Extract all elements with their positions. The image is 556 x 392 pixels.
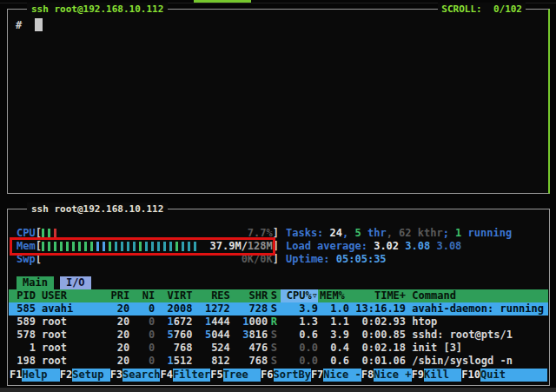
process-row[interactable]: 1root200768524476S0.00.40:02.18init [3] [9, 342, 548, 355]
process-rows: 585avahi20020081272728S3.91.013:16.19ava… [9, 302, 548, 368]
meter-tick [182, 242, 184, 251]
meter-tick [60, 242, 63, 251]
header-mem[interactable]: MEM% [318, 289, 349, 302]
cell-cpu: 0.0 [281, 342, 318, 355]
process-row[interactable]: 578root200576050443816S0.63.90:00.85sshd… [9, 329, 548, 342]
cpu-meter-label: CPU [17, 227, 36, 240]
meter-tick [194, 242, 196, 251]
header-pid[interactable]: PID [10, 289, 36, 302]
cell-user: avahi [36, 302, 104, 316]
meter-tick [78, 242, 81, 251]
tab-main[interactable]: Main [17, 276, 54, 289]
fkey-number: F5 [210, 369, 222, 382]
cell-user: root [36, 329, 104, 342]
summary-segment: ; [443, 227, 455, 239]
fkey-f4[interactable]: F4Filter [160, 369, 210, 382]
cell-shr: 1000 [230, 316, 268, 329]
meter-tick [54, 242, 56, 251]
summary-segment: Load average: [286, 240, 374, 252]
cell-command: init [3] [406, 342, 548, 355]
cell-res: 812 [192, 355, 229, 368]
header-res[interactable]: RES [192, 289, 229, 302]
header-ni[interactable]: NI [129, 289, 155, 302]
fkey-f5[interactable]: F5Tree [210, 369, 261, 382]
fkey-f2[interactable]: F2Setup [60, 369, 110, 382]
bracket-close: ] [273, 240, 279, 253]
meter-tick [151, 242, 154, 251]
meter-tick [145, 242, 148, 251]
cell-pri: 20 [104, 302, 129, 316]
summary-segment: , [387, 227, 399, 239]
fkey-number: F1 [10, 369, 22, 382]
meter-tick [121, 242, 123, 251]
cell-res: 1444 [192, 316, 229, 329]
mem-meter-value: 37.9M/128M [210, 240, 273, 253]
cell-state: S [268, 329, 280, 342]
meter-tick [90, 242, 93, 251]
bracket-close: ] [273, 227, 279, 240]
cell-pid: 198 [10, 355, 36, 368]
process-row[interactable]: 589root200167214441000R1.31.10:02.93htop [9, 316, 548, 329]
header-state[interactable]: S [268, 289, 280, 302]
swap-meter-label: Swp [17, 253, 36, 266]
header-virt[interactable]: VIRT [155, 289, 192, 302]
fkey-f9[interactable]: F9Kill [412, 369, 462, 382]
magnitude-digit: 1 [168, 316, 174, 328]
cell-time: 13:16.19 [349, 302, 406, 316]
fkey-f10[interactable]: F10Quit [461, 369, 547, 382]
fkey-label: Tree [223, 369, 261, 382]
fkey-f6[interactable]: F6SortBy [261, 369, 311, 382]
fkey-number: F10 [461, 369, 480, 382]
cell-mem: 0.4 [318, 342, 349, 355]
tab-io[interactable]: I/O [60, 276, 91, 289]
meter-tick [84, 242, 87, 251]
fkey-f3[interactable]: F3Search [110, 369, 161, 382]
meter-tick [42, 242, 44, 251]
header-command[interactable]: Command [406, 289, 548, 302]
cell-pri: 20 [104, 342, 129, 355]
magnitude-digit: 1 [168, 355, 174, 367]
header-shr[interactable]: SHR [230, 289, 268, 302]
meter-tick [72, 242, 75, 251]
cell-cpu: 1.3 [281, 316, 318, 329]
header-time[interactable]: TIME+ [349, 289, 406, 302]
tmux-pane-shell[interactable]: ssh root@192.168.10.112 SCROLL: 0/102 # [7, 9, 550, 194]
meter-tick [169, 242, 172, 251]
fkey-number: F6 [261, 369, 273, 382]
header-cpu-label: CPU% [287, 289, 312, 302]
process-row[interactable]: 585avahi20020081272728S3.91.013:16.19ava… [9, 302, 548, 316]
cell-state: R [268, 316, 280, 329]
mem-slash: / [242, 240, 248, 252]
fkey-label: Nice + [374, 369, 411, 382]
scroll-indicator: SCROLL: 0/102 [438, 3, 526, 16]
cell-pri: 20 [104, 355, 129, 368]
cell-pri: 20 [104, 316, 129, 329]
magnitude-digit: 1 [205, 316, 211, 328]
cell-user: root [36, 316, 104, 329]
meter-tick [42, 229, 44, 238]
tmux-pane-htop[interactable]: ssh root@192.168.10.112 CPU[7.7%] Mem[37… [7, 209, 550, 386]
meter-tick [48, 229, 50, 238]
meter-tick [66, 242, 69, 251]
htop-tab-bar: MainI/O [9, 276, 548, 289]
fkey-label: Kill [424, 369, 461, 382]
summary-segment: 62 kthr [399, 227, 443, 239]
header-user[interactable]: USER [36, 289, 104, 302]
header-cpu-sort[interactable]: CPU%▿ [281, 289, 318, 302]
fkey-number: F9 [412, 369, 424, 382]
meter-tick [127, 242, 129, 251]
magnitude-digit: 5 [205, 329, 211, 341]
cell-time: 0:02.18 [349, 342, 406, 355]
swap-meter-value: 0K/0K [242, 253, 273, 266]
header-pri[interactable]: PRI [104, 289, 129, 302]
magnitude-digit: 3 [242, 329, 248, 341]
fkey-number: F2 [60, 369, 72, 382]
fkey-f8[interactable]: F8Nice + [361, 369, 412, 382]
cell-virt: 2008 [155, 302, 192, 316]
process-row[interactable]: 198root2001512812768S0.00.60:01.06/sbin/… [9, 355, 548, 368]
cell-state: S [268, 302, 280, 316]
summary-segment: Uptime: [286, 253, 336, 265]
fkey-f7[interactable]: F7Nice - [311, 369, 361, 382]
bracket-open: [ [36, 253, 42, 266]
fkey-f1[interactable]: F1Help [10, 369, 60, 382]
